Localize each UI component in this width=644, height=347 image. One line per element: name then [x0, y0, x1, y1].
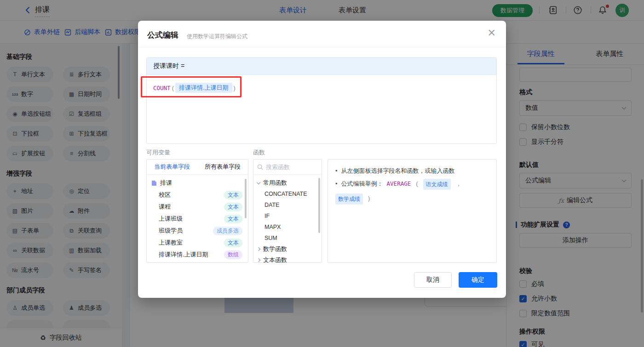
- formula-target: 授课课时 =: [147, 58, 496, 75]
- formula-editor-box[interactable]: 授课课时 = COUNT ( 排课详情.上课日期 ): [146, 57, 497, 144]
- example-field-chip: 数学成绩: [335, 193, 363, 205]
- form-doc-icon: [151, 180, 157, 186]
- example-field-chip: 语文成绩: [423, 179, 451, 190]
- annotation-red-box: [141, 76, 242, 97]
- function-item[interactable]: SUM: [253, 233, 322, 244]
- variable-row[interactable]: 班级学员成员多选: [147, 225, 248, 237]
- function-group[interactable]: 常用函数: [253, 177, 322, 188]
- functions-panel: 常用函数 CONCATENATE DATE IF MAPX SUM 数学函数 文…: [253, 159, 322, 263]
- function-item[interactable]: CONCATENATE: [253, 188, 322, 199]
- variable-row[interactable]: 上课教室文本: [147, 237, 248, 249]
- modal-title: 公式编辑: [147, 30, 178, 40]
- function-group[interactable]: 文本函数: [253, 255, 322, 263]
- functions-label: 函数: [253, 148, 265, 157]
- variables-root-node[interactable]: 排课: [147, 177, 248, 189]
- variable-row[interactable]: 校区文本: [147, 189, 248, 201]
- help-example-line: •公式编辑举例：AVERAGE(语文成绩，数学成绩): [335, 179, 489, 205]
- variables-scrollbar[interactable]: [245, 179, 247, 218]
- type-badge: 成员多选: [213, 227, 242, 235]
- variables-tabs: 当前表单字段 所有表单字段: [147, 159, 248, 175]
- help-panel: •从左侧面板选择字段名和函数，或输入函数 •公式编辑举例：AVERAGE(语文成…: [328, 159, 497, 263]
- function-item[interactable]: MAPX: [253, 222, 322, 233]
- type-badge: 文本: [224, 239, 242, 247]
- variable-row[interactable]: 课程文本: [147, 201, 248, 213]
- tab-current-form-fields[interactable]: 当前表单字段: [147, 159, 197, 174]
- variable-row[interactable]: 上课班级文本: [147, 213, 248, 225]
- help-line: •从左侧面板选择字段名和函数，或输入函数: [335, 166, 489, 176]
- close-icon[interactable]: ✕: [488, 28, 496, 38]
- function-item[interactable]: DATE: [253, 199, 322, 210]
- function-group[interactable]: 数学函数: [253, 244, 322, 255]
- modal-subtitle: 使用数学运算符编辑公式: [187, 33, 247, 40]
- type-badge: 文本: [224, 191, 242, 199]
- confirm-button[interactable]: 确定: [459, 272, 497, 288]
- header-divider: [138, 47, 506, 47]
- functions-scrollbar[interactable]: [318, 178, 320, 233]
- caret-down-icon: [257, 180, 260, 184]
- variables-label: 可用变量: [146, 148, 170, 157]
- function-keyword: AVERAGE: [387, 179, 411, 189]
- tab-all-form-fields[interactable]: 所有表单字段: [197, 159, 248, 174]
- cancel-button[interactable]: 取消: [414, 272, 452, 288]
- type-badge: 数组: [224, 250, 242, 259]
- variable-row[interactable]: 排课详情.上课日期数组: [147, 249, 248, 261]
- type-badge: 文本: [224, 215, 242, 223]
- function-item[interactable]: IF: [253, 210, 322, 222]
- function-search-input[interactable]: [266, 164, 312, 171]
- function-search[interactable]: [253, 159, 322, 175]
- variables-panel: 当前表单字段 所有表单字段 排课 校区文本 课程文本 上课班级文本 班级学员成员…: [146, 159, 248, 263]
- caret-right-icon: [257, 247, 260, 251]
- caret-right-icon: [257, 258, 260, 262]
- type-badge: 文本: [224, 203, 242, 211]
- formula-editor-modal: 公式编辑 使用数学运算符编辑公式 ✕ 授课课时 = COUNT ( 排课详情.上…: [138, 21, 506, 298]
- search-icon: [257, 164, 263, 170]
